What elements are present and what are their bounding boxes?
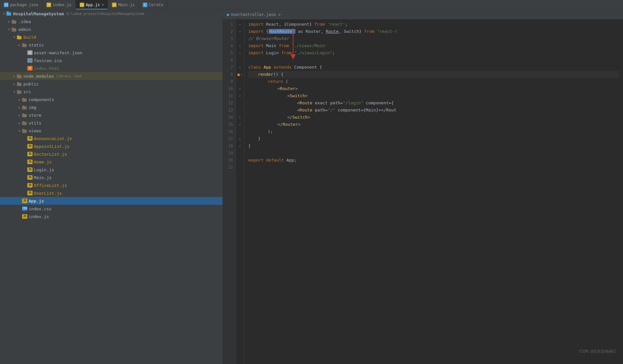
- code-content[interactable]: import React, {Component} from 'react'; …: [244, 20, 623, 364]
- editor-content[interactable]: 12345 678910 1112131415 1617181920 21 ▾ …: [223, 20, 623, 364]
- tree-store[interactable]: store: [0, 111, 223, 119]
- tree-app-js[interactable]: JS App.js: [0, 197, 223, 205]
- js-icon: JS: [27, 175, 33, 180]
- views-arrow: [17, 129, 22, 133]
- code-line-21: [248, 164, 619, 171]
- tree-office-list[interactable]: JS OfficeList.js: [0, 181, 223, 189]
- tree-idea[interactable]: .idea: [0, 18, 223, 25]
- tree-index-html[interactable]: H index.html: [0, 64, 223, 72]
- build-label: build: [23, 35, 36, 40]
- code-line-18: }: [248, 142, 619, 150]
- tree-src[interactable]: src: [0, 88, 223, 96]
- js-icon: JS: [27, 167, 33, 172]
- tab-main-js[interactable]: JS Main.js: [108, 0, 139, 9]
- java-file-icon: ●: [227, 12, 229, 17]
- cors-icon: C: [143, 3, 147, 7]
- bookmark-icon: ●: [237, 72, 240, 77]
- tab-cors-controller[interactable]: C CorsCo: [139, 0, 167, 9]
- code-line-19: [248, 150, 619, 157]
- tree-build[interactable]: build: [0, 33, 223, 41]
- tree-user-list[interactable]: JS UserList.js: [0, 189, 223, 197]
- code-line-6: [248, 57, 619, 64]
- tree-asset-manifest[interactable]: {} asset-manifest.json: [0, 49, 223, 57]
- office-list-label: OfficeList.js: [34, 183, 67, 188]
- tree-components[interactable]: components: [0, 96, 223, 103]
- project-path: D:\idea_project\HospitalManageSystem: [67, 12, 144, 16]
- package-json-icon: JS: [4, 3, 8, 7]
- gutter: ▾ ▾ ▾ ▾ ▾ ● ▾: [236, 20, 244, 364]
- code-line-18-content: }: [248, 142, 251, 150]
- editor-area: ● UserController.java ✕ 12345 678910 111…: [223, 10, 623, 364]
- tab-label-cors: CorsCo: [149, 3, 163, 7]
- main-label: Main.js: [34, 175, 52, 180]
- code-line-7-content: class App extends Component {: [248, 64, 322, 71]
- gutter-line-3: [236, 35, 244, 42]
- utils-arrow: [17, 121, 22, 125]
- public-arrow: [12, 82, 17, 86]
- index-html-label: index.html: [34, 66, 59, 71]
- tree-views[interactable]: views: [0, 127, 223, 135]
- tree-static[interactable]: static: [0, 41, 223, 49]
- admin-label: admin: [18, 27, 31, 32]
- code-line-9-content: return (: [248, 78, 288, 85]
- tree-public[interactable]: public: [0, 80, 223, 88]
- node-modules-folder-icon: [17, 74, 22, 78]
- js-icon: JS: [27, 160, 33, 164]
- code-line-3-content: // BrowserRouter: [248, 35, 289, 42]
- js-icon: JS: [22, 199, 27, 203]
- tree-project-root[interactable]: HospitalManageSystem D:\idea_project\Hos…: [0, 10, 223, 18]
- tab-bar: JS package.json JS index.js JS App.js ✕ …: [0, 0, 623, 10]
- active-tab-indicator: [76, 9, 108, 9]
- idea-folder-icon: [12, 20, 17, 24]
- tree-img[interactable]: img: [0, 103, 223, 111]
- store-label: store: [29, 113, 41, 118]
- tree-index-js[interactable]: JS index.js: [0, 213, 223, 220]
- code-line-17: }: [248, 135, 619, 142]
- announce-list-label: AnnounceList.js: [34, 136, 72, 141]
- img-label: img: [29, 105, 36, 110]
- admin-arrow: [7, 28, 12, 31]
- code-line-11-content: <Switch>: [248, 92, 308, 99]
- tree-login[interactable]: JS Login.js: [0, 166, 223, 174]
- src-arrow: [12, 90, 17, 94]
- build-folder-icon: [17, 35, 22, 39]
- gutter-line-21: [236, 164, 244, 171]
- tab-app-js[interactable]: JS App.js ✕: [76, 0, 108, 9]
- doctor-list-label: DoctorList.js: [34, 152, 67, 157]
- editor-filename: UserController.java: [231, 12, 276, 17]
- tab-label-app-js: App.js: [86, 3, 100, 7]
- tree-home[interactable]: JS Home.js: [0, 158, 223, 166]
- gutter-line-19: [236, 150, 244, 157]
- tree-favicon[interactable]: 🔷 favicon.ico: [0, 57, 223, 64]
- gutter-line-4: ▾: [236, 42, 244, 49]
- tree-main[interactable]: JS Main.js: [0, 174, 223, 181]
- code-line-11: <Switch>: [248, 92, 619, 99]
- tree-index-css[interactable]: CSS index.css: [0, 205, 223, 213]
- editor-close-btn[interactable]: ✕: [278, 12, 281, 17]
- code-line-5: import Login from "./views/Login";: [248, 49, 619, 57]
- idea-label: .idea: [18, 19, 31, 24]
- tree-announce-list[interactable]: JS AnnounceList.js: [0, 135, 223, 142]
- tab-package-json[interactable]: JS package.json: [0, 0, 43, 9]
- ico-icon: 🔷: [27, 58, 33, 63]
- tab-close-app-js[interactable]: ✕: [102, 3, 104, 7]
- tree-admin[interactable]: admin: [0, 25, 223, 33]
- project-arrow: [1, 12, 7, 16]
- tree-utils[interactable]: utils: [0, 119, 223, 127]
- tree-node-modules[interactable]: node_modules library root: [0, 72, 223, 80]
- code-line-3: // BrowserRouter: [248, 35, 619, 42]
- tree-appoint-list[interactable]: JS AppointList.js: [0, 142, 223, 150]
- css-icon: CSS: [22, 206, 27, 211]
- gutter-line-16: [236, 128, 244, 135]
- tab-index-js[interactable]: JS index.js: [43, 0, 76, 9]
- code-line-1-content: import React, {Component} from 'react';: [248, 21, 347, 28]
- code-line-19-content: [248, 150, 251, 157]
- code-line-13-content: <Route path="/" component={Main}></Rout: [248, 107, 396, 114]
- code-line-14-content: </Switch>: [248, 114, 310, 121]
- tree-doctor-list[interactable]: JS DoctorList.js: [0, 150, 223, 158]
- gutter-line-8: ● ▾: [236, 71, 244, 78]
- file-tree[interactable]: HospitalManageSystem D:\idea_project\Hos…: [0, 10, 223, 364]
- static-folder-icon: [22, 43, 27, 47]
- svg-rect-1: [7, 11, 9, 13]
- tab-label-package-json: package.json: [10, 3, 38, 7]
